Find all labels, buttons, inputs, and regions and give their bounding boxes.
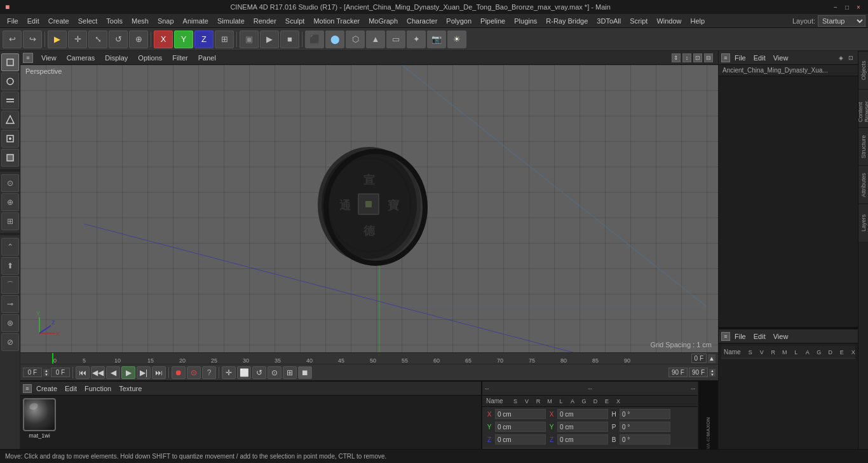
vp-menu-filter[interactable]: Filter: [168, 53, 192, 63]
ltb-axis-btn[interactable]: ⊕: [1, 193, 19, 211]
mat-menu-edit[interactable]: Edit: [62, 384, 80, 394]
transform-button[interactable]: ⊕: [129, 31, 148, 48]
mat-menu-create[interactable]: Create: [33, 384, 60, 394]
ltb-bend-btn[interactable]: ⌒: [1, 276, 19, 294]
frame-end-field[interactable]: 90 F: [689, 368, 708, 377]
coord-y-scale[interactable]: [620, 422, 670, 432]
world-axis-button[interactable]: ⊞: [215, 31, 234, 48]
menu-mograph[interactable]: MoGraph: [364, 16, 402, 26]
obj-menu-file[interactable]: File: [731, 53, 749, 63]
vp-icon-1[interactable]: ⇕: [672, 53, 681, 62]
record-help-btn[interactable]: ?: [202, 366, 216, 379]
viewport[interactable]: Perspective Grid Spacing : 1 cm X Y Z: [20, 65, 718, 352]
close-button[interactable]: ×: [854, 3, 863, 11]
record-btn[interactable]: ▣: [240, 31, 259, 48]
record-sel-btn[interactable]: ⊙: [187, 366, 201, 379]
ltb-extrude-btn[interactable]: ⬆: [1, 257, 19, 275]
x-axis-button[interactable]: X: [154, 31, 173, 48]
obj-cylinder-button[interactable]: ⬡: [346, 31, 365, 48]
mat-item-1[interactable]: mat_1wi: [23, 398, 56, 439]
mat-menu-texture[interactable]: Texture: [116, 384, 145, 394]
menu-plugins[interactable]: Plugins: [510, 16, 541, 26]
menu-pipeline[interactable]: Pipeline: [476, 16, 510, 26]
vp-menu-display[interactable]: Display: [100, 53, 132, 63]
vp-menu-view[interactable]: View: [37, 53, 61, 63]
play-reverse-btn[interactable]: ◀◀: [91, 366, 105, 379]
frame-up-btn[interactable]: ▲: [708, 354, 715, 363]
ltb-brush-btn[interactable]: ⊛: [1, 314, 19, 332]
frame-preview-start[interactable]: 0 F: [51, 368, 70, 377]
step-forward-btn[interactable]: ▶|: [137, 366, 151, 379]
frame-start-field[interactable]: 0 F: [23, 368, 42, 377]
obj-cube-button[interactable]: ⬛: [305, 31, 324, 48]
play-btn2[interactable]: ▶: [260, 31, 279, 48]
select-mode-button[interactable]: ▶: [48, 31, 67, 48]
vp-icon-4[interactable]: ⊟: [704, 53, 713, 62]
tab-content-browser[interactable]: Content Browser: [858, 89, 868, 127]
ltb-magnet-btn[interactable]: ⊸: [1, 295, 19, 313]
ltb-poly-btn[interactable]: [1, 149, 19, 167]
vp-menu-cameras[interactable]: Cameras: [62, 53, 100, 63]
key-move-btn[interactable]: ✛: [222, 366, 236, 379]
obj-plane-button[interactable]: ▭: [386, 31, 405, 48]
ltb-knife-btn[interactable]: ⌃: [1, 238, 19, 256]
ltb-paint-btn[interactable]: ⊘: [1, 333, 19, 351]
y-axis-button[interactable]: Y: [174, 31, 193, 48]
menu-help[interactable]: Help: [686, 16, 710, 26]
menu-edit[interactable]: Edit: [23, 16, 44, 26]
skip-to-end-btn[interactable]: ⏭: [152, 366, 166, 379]
attr-menu-file[interactable]: File: [731, 331, 749, 342]
ltb-grid-btn[interactable]: ⊞: [1, 212, 19, 230]
menu-sculpt[interactable]: Sculpt: [281, 16, 309, 26]
menu-simulate[interactable]: Simulate: [213, 16, 249, 26]
menu-mesh[interactable]: Mesh: [127, 16, 153, 26]
coord-x-rot[interactable]: [557, 409, 608, 419]
ltb-texture-btn[interactable]: [1, 73, 19, 90]
frame-end-dn[interactable]: ▼: [709, 373, 715, 377]
auto-key-btn[interactable]: ⏹: [298, 366, 312, 379]
coord-z-scale[interactable]: [620, 434, 670, 445]
obj-light-button[interactable]: ☀: [447, 31, 466, 48]
obj-icon-1[interactable]: ◈: [836, 53, 845, 62]
menu-animate[interactable]: Animate: [179, 16, 213, 26]
obj-manager-icon[interactable]: ≡: [721, 53, 730, 62]
obj-cone-button[interactable]: ▲: [366, 31, 385, 48]
mat-panel-icon[interactable]: ≡: [23, 384, 32, 393]
record-active-btn[interactable]: ⏺: [172, 366, 186, 379]
tab-layers[interactable]: Layers: [858, 204, 868, 242]
obj-camera-button[interactable]: 📷: [427, 31, 446, 48]
skip-to-start-btn[interactable]: ⏮: [76, 366, 90, 379]
frame-dn-spin[interactable]: ▼: [43, 373, 50, 377]
menu-rray[interactable]: R-Ray Bridge: [541, 16, 592, 26]
tab-structure[interactable]: Structure: [858, 127, 868, 165]
obj-null-button[interactable]: ✦: [407, 31, 426, 48]
obj-menu-edit[interactable]: Edit: [750, 53, 769, 63]
key-point-btn[interactable]: ⊞: [283, 366, 297, 379]
minimize-button[interactable]: −: [831, 3, 840, 11]
tab-objects[interactable]: Objects: [858, 51, 868, 89]
stop-btn2[interactable]: ■: [280, 31, 299, 48]
step-back-btn[interactable]: ◀: [106, 366, 120, 379]
obj-menu-view[interactable]: View: [770, 53, 792, 63]
menu-create[interactable]: Create: [44, 16, 74, 26]
redo-button[interactable]: ↪: [23, 31, 42, 48]
mat-menu-function[interactable]: Function: [81, 384, 114, 394]
menu-snap[interactable]: Snap: [153, 16, 179, 26]
attr-menu-edit[interactable]: Edit: [750, 331, 769, 342]
menu-select[interactable]: Select: [74, 16, 102, 26]
attr-manager-icon[interactable]: ≡: [721, 332, 730, 341]
coord-x-scale[interactable]: [620, 409, 670, 419]
menu-file[interactable]: File: [3, 16, 23, 26]
tab-attributes[interactable]: Attributes: [858, 165, 868, 204]
menu-motion-tracker[interactable]: Motion Tracker: [309, 16, 364, 26]
layout-dropdown[interactable]: Startup Animation Modeling: [818, 15, 865, 27]
coord-z-pos[interactable]: [495, 434, 546, 445]
attr-menu-view[interactable]: View: [770, 331, 792, 342]
vp-menu-options[interactable]: Options: [133, 53, 166, 63]
menu-render[interactable]: Render: [249, 16, 281, 26]
ltb-model-btn[interactable]: [1, 53, 19, 71]
move-button[interactable]: ✛: [68, 31, 87, 48]
key-scale-btn[interactable]: ↺: [252, 366, 266, 379]
obj-sphere-button[interactable]: ⬤: [325, 31, 344, 48]
menu-3dtoall[interactable]: 3DToAll: [592, 16, 625, 26]
